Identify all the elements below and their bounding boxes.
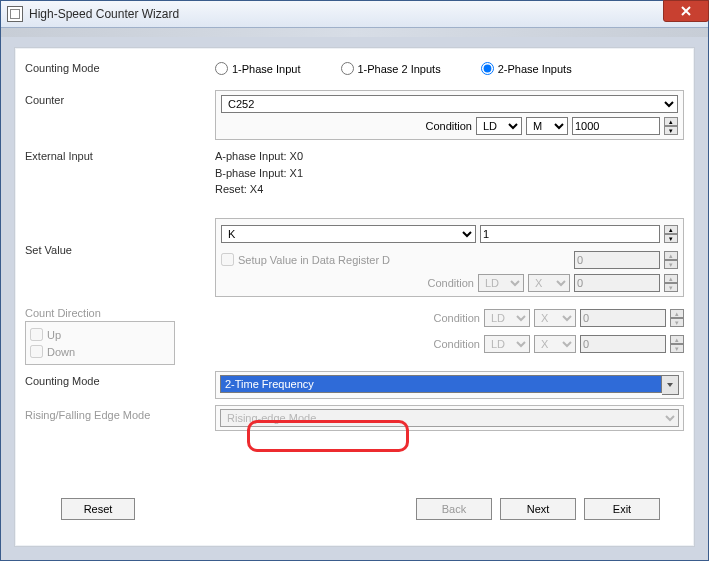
label-counter: Counter [25, 90, 215, 140]
sv-cond-num [574, 274, 660, 292]
button-row: Reset Back Next Exit [15, 498, 694, 520]
titlebar: High-Speed Counter Wizard [1, 1, 708, 28]
back-button: Back [416, 498, 492, 520]
radio-1phase2in[interactable]: 1-Phase 2 Inputs [341, 62, 441, 75]
label-set-value: Set Value [25, 218, 215, 297]
label-condition: Condition [426, 120, 472, 132]
cd1-op: LD [484, 309, 530, 327]
label-cd-cond2: Condition [434, 338, 480, 350]
dr-value [574, 251, 660, 269]
label-condition-sv: Condition [428, 277, 474, 289]
close-icon [681, 6, 691, 16]
window-title: High-Speed Counter Wizard [29, 7, 179, 21]
counting-mode-select[interactable]: 2-Time Frequency [220, 375, 679, 395]
next-button[interactable]: Next [500, 498, 576, 520]
label-ext-input: External Input [25, 146, 215, 212]
label-count-dir: Count Direction Up Down [25, 303, 215, 365]
label-counting-mode: Counting Mode [25, 58, 215, 84]
checkbox-data-register: Setup Value in Data Register D [221, 253, 390, 266]
sv-cond-spinner: ▴▾ [664, 274, 678, 292]
sv-num-input[interactable] [480, 225, 660, 243]
sv-type-select[interactable]: K [221, 225, 476, 243]
app-icon [7, 6, 23, 22]
cond-num-input[interactable] [572, 117, 660, 135]
counter-select[interactable]: C252 [221, 95, 678, 113]
cd2-op: LD [484, 335, 530, 353]
edge-mode-group: Rising-edge Mode [215, 405, 684, 431]
dr-spinner: ▴▾ [664, 251, 678, 269]
exit-button[interactable]: Exit [584, 498, 660, 520]
counting-mode-group: 2-Time Frequency [215, 371, 684, 399]
cd2-spin: ▴▾ [670, 335, 684, 353]
reset-button[interactable]: Reset [61, 498, 135, 520]
cd1-dev: X [534, 309, 576, 327]
label-counting-mode2: Counting Mode [25, 371, 215, 399]
cd2-num [580, 335, 666, 353]
sv-cond-dev: X [528, 274, 570, 292]
cd1-num [580, 309, 666, 327]
main-panel: Counting Mode 1-Phase Input 1-Phase 2 In… [14, 47, 695, 547]
cd2-dev: X [534, 335, 576, 353]
cond-dev-select[interactable]: M [526, 117, 568, 135]
wizard-window: High-Speed Counter Wizard Counting Mode … [0, 0, 709, 561]
cd1-spin: ▴▾ [670, 309, 684, 327]
chevron-down-icon [662, 375, 679, 395]
sv-cond-op: LD [478, 274, 524, 292]
ext-input-text: A-phase Input: X0 B-phase Input: X1 Rese… [215, 146, 684, 212]
cond-spinner[interactable]: ▴▾ [664, 117, 678, 135]
checkbox-down: Down [30, 345, 170, 358]
radio-2phase[interactable]: 2-Phase Inputs [481, 62, 572, 75]
cond-op-select[interactable]: LD [476, 117, 522, 135]
sv-spinner[interactable]: ▴▾ [664, 225, 678, 243]
label-cd-cond1: Condition [434, 312, 480, 324]
form-grid: Counting Mode 1-Phase Input 1-Phase 2 In… [25, 58, 684, 437]
label-edge-mode: Rising/Falling Edge Mode [25, 405, 215, 431]
toolbar-blur [1, 28, 708, 37]
counter-group: C252 Condition LD M ▴▾ [215, 90, 684, 140]
setvalue-group: K ▴▾ Setup Value in Data Register D ▴▾ C… [215, 218, 684, 297]
edge-mode-select: Rising-edge Mode [220, 409, 679, 427]
close-button[interactable] [663, 0, 709, 22]
radio-1phase[interactable]: 1-Phase Input [215, 62, 301, 75]
checkbox-up: Up [30, 328, 170, 341]
